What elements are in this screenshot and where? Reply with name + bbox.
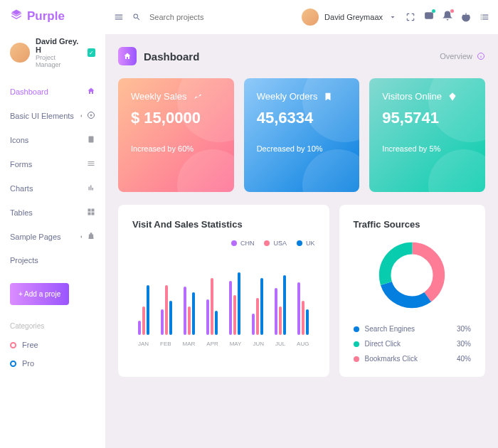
legend-dot-icon: [354, 341, 359, 347]
topbar: David Greymaax: [105, 0, 498, 34]
svg-point-1: [90, 114, 92, 117]
user-role: Project Manager: [36, 54, 82, 68]
axis-label: APR: [206, 341, 218, 347]
stats-panel: Visit And Sales Statistics CHNUSAUK JANF…: [118, 205, 329, 377]
traffic-row: Search Engines30%: [354, 325, 471, 333]
sidebar: Purple David Grey. H Project Manager ✓ D…: [0, 0, 105, 448]
bar: [161, 309, 164, 335]
power-icon[interactable]: [461, 12, 471, 22]
sidebar-item-projects[interactable]: Projects: [0, 249, 105, 272]
nav-label: Tables: [10, 208, 33, 217]
circle-icon: [10, 361, 16, 367]
bar: [238, 272, 240, 335]
brand-logo[interactable]: Purple: [0, 9, 105, 24]
axis-label: JUL: [275, 341, 285, 347]
stat-card-1: Weekly Orders 45,6334 Decreased by 10%: [244, 78, 360, 192]
info-icon: [477, 52, 485, 60]
layers-icon: [10, 9, 23, 24]
bar-group: [275, 275, 286, 335]
bar-group: [138, 285, 149, 335]
stat-card-0: Weekly Sales $ 15,0000 Increased by 60%: [118, 78, 234, 192]
nav-label: Icons: [10, 136, 28, 144]
legend-dot-icon: [354, 356, 359, 362]
bar-group: [161, 285, 172, 335]
sidebar-item-charts[interactable]: Charts: [0, 176, 105, 201]
bar-group: [252, 278, 263, 335]
bar-group: [229, 272, 240, 335]
axis-label: AUG: [297, 341, 309, 347]
chevron-left-icon: [78, 113, 84, 119]
menu-icon[interactable]: [114, 12, 124, 22]
svg-rect-2: [89, 137, 94, 143]
bar: [229, 281, 232, 335]
bar: [297, 282, 300, 335]
traffic-panel: Traffic Sources Search Engines30%Direct …: [339, 205, 485, 377]
legend-dot-icon: [297, 240, 302, 246]
legend-dot-icon: [354, 326, 359, 332]
user-block[interactable]: David Grey. H Project Manager ✓: [0, 33, 105, 73]
topbar-user[interactable]: David Greymaax: [302, 9, 397, 26]
page-title: Dashboard: [144, 50, 199, 63]
chevron-left-icon: [78, 234, 84, 240]
traffic-row: Bookmarks Click40%: [354, 355, 471, 363]
bar: [275, 288, 277, 335]
circle-icon: [10, 342, 16, 348]
categories-header: Categories: [0, 316, 105, 336]
legend-item: UK: [297, 240, 315, 247]
traffic-row: Direct Click30%: [354, 340, 471, 348]
content: Dashboard Overview Weekly Sales $ 15,000…: [105, 34, 498, 448]
category-free[interactable]: Free: [0, 336, 105, 354]
bar: [142, 306, 145, 335]
sidebar-item-dashboard[interactable]: Dashboard: [0, 80, 105, 104]
legend-dot-icon: [231, 240, 237, 246]
bell-icon[interactable]: [443, 11, 452, 23]
bar: [283, 275, 286, 335]
search-input[interactable]: [149, 13, 221, 21]
search-icon[interactable]: [132, 13, 141, 21]
add-project-button[interactable]: + Add a proje: [10, 283, 69, 305]
bar: [206, 299, 209, 335]
overview-link[interactable]: Overview: [440, 52, 485, 60]
axis-label: FEB: [160, 341, 171, 347]
bar-group: [206, 278, 218, 335]
bar: [188, 306, 191, 335]
bar: [192, 292, 195, 335]
bar: [233, 295, 236, 335]
fullscreen-icon[interactable]: [406, 12, 415, 22]
axis-label: JAN: [138, 341, 149, 347]
bar-group: [297, 282, 309, 335]
axis-label: JUN: [253, 341, 264, 347]
grid-icon: [87, 208, 95, 218]
sidebar-item-tables[interactable]: Tables: [0, 201, 105, 225]
stat-card-2: Visitors Online 95,5741 Increased by 5%: [369, 78, 485, 192]
sidebar-item-forms[interactable]: Forms: [0, 152, 105, 176]
sidebar-item-sample-pages[interactable]: Sample Pages: [0, 225, 105, 249]
nav-label: Forms: [10, 160, 32, 169]
legend-item: CHN: [231, 240, 255, 247]
stats-title: Visit And Sales Statistics: [132, 219, 315, 230]
chevron-down-icon: [388, 13, 397, 21]
target-icon: [87, 111, 95, 121]
topbar-user-name: David Greymaax: [324, 13, 383, 21]
bar: [306, 309, 309, 335]
bar-group: [184, 287, 195, 335]
format-icon[interactable]: [480, 12, 489, 22]
axis-label: MAY: [230, 341, 242, 347]
category-pro[interactable]: Pro: [0, 354, 105, 373]
user-name: David Grey. H: [36, 37, 82, 54]
traffic-title: Traffic Sources: [354, 219, 471, 230]
nav-label: Projects: [10, 256, 38, 265]
bar: [252, 314, 255, 335]
nav-label: Sample Pages: [10, 233, 61, 241]
avatar: [302, 9, 319, 26]
bar: [165, 285, 168, 335]
nav-label: Charts: [10, 184, 33, 193]
chart-icon: [87, 183, 95, 193]
bag-icon: [87, 232, 95, 242]
sidebar-item-icons[interactable]: Icons: [0, 128, 105, 152]
bar: [260, 278, 263, 335]
donut-chart: [376, 240, 447, 311]
list-icon: [87, 159, 95, 169]
mail-icon[interactable]: [424, 11, 434, 23]
sidebar-item-basic-ui-elements[interactable]: Basic UI Elements: [0, 104, 105, 128]
